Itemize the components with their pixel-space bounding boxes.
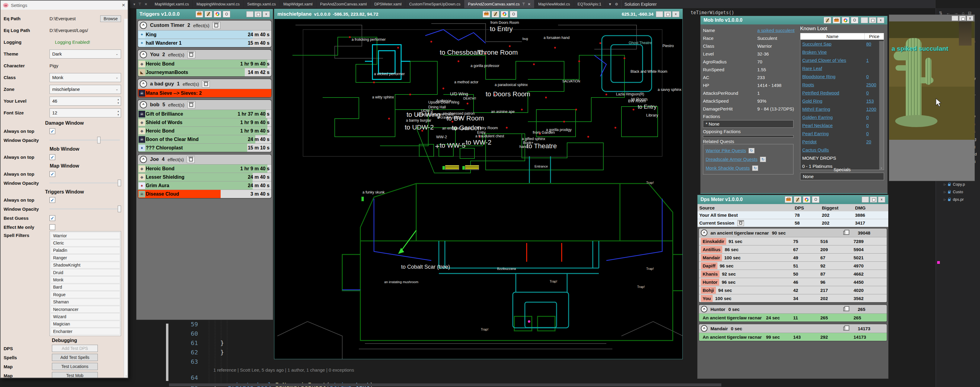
copy-icon[interactable] xyxy=(843,231,847,235)
loot-name[interactable]: Roots xyxy=(802,82,866,87)
spell-filter-item[interactable]: Enchanter xyxy=(50,328,120,335)
collapse-button[interactable] xyxy=(701,325,708,332)
loot-row[interactable]: Broken Vine xyxy=(800,48,884,56)
editor-tab[interactable]: MapWidget.xaml ⊤ ✕ xyxy=(280,0,317,8)
opacity-slider[interactable] xyxy=(49,208,120,210)
loot-row[interactable]: Peridot 20 xyxy=(800,138,884,146)
loot-row[interactable]: Petrified Redwood 0 xyxy=(800,89,884,97)
expand-icon[interactable]: ▷ xyxy=(944,191,947,193)
quest-link[interactable]: Dreadscale Armor Quests xyxy=(706,157,757,162)
spell-filter-item[interactable]: Shaman xyxy=(50,299,120,306)
chevron-down-icon[interactable]: ▾ xyxy=(134,2,135,6)
editor-tab[interactable]: PanAndZoomCanvas.xaml.cs ⊤ ✕ xyxy=(464,0,535,8)
effect-row[interactable]: Boon of the Clear Mind 24 m 40 s xyxy=(138,135,271,143)
close-button[interactable]: x xyxy=(878,196,885,202)
maps-pin-icon[interactable] xyxy=(842,17,849,24)
close-icon[interactable]: ✕ xyxy=(528,2,531,6)
expand-icon[interactable]: ▷ xyxy=(944,183,947,186)
copy-icon[interactable] xyxy=(843,307,847,311)
collapse-button[interactable] xyxy=(140,80,147,88)
pin-icon[interactable]: ⊤ xyxy=(138,2,141,6)
restore-button[interactable] xyxy=(255,11,262,17)
toolbox-icon[interactable] xyxy=(785,196,792,203)
toolbox-icon[interactable] xyxy=(196,11,203,18)
always-on-top-checkbox[interactable] xyxy=(49,171,55,177)
collapse-button[interactable] xyxy=(140,22,147,29)
always-on-top-checkbox[interactable] xyxy=(49,128,55,134)
delete-group-button[interactable] xyxy=(187,156,195,163)
loot-row[interactable]: MONEY DROPS xyxy=(800,154,884,162)
class-dropdown[interactable]: Monk⌄ xyxy=(49,73,121,82)
tree-item[interactable]: ▷ dps.pr xyxy=(936,196,980,203)
restore-button[interactable] xyxy=(664,11,671,17)
codelens[interactable]: 1 reference | Scott Lee, 5 days ago | 1 … xyxy=(213,367,354,373)
restore-button[interactable] xyxy=(869,17,876,23)
loot-name[interactable]: Peridot xyxy=(802,139,866,144)
minimize-button[interactable] xyxy=(246,11,253,17)
spell-filter-item[interactable]: Paladin xyxy=(50,247,120,254)
spell-filter-item[interactable]: ShadowKnight xyxy=(50,262,120,269)
spell-filter-item[interactable]: Rogue xyxy=(50,291,120,298)
close-icon[interactable]: ✕ xyxy=(144,2,147,6)
editor-tab[interactable]: Settings.xaml.cs ⊤ ✕ xyxy=(243,0,280,8)
o-button[interactable] xyxy=(851,17,858,24)
effect-row[interactable]: Mana Sieve --> Sieves: 2 xyxy=(138,89,271,97)
editor-gutter-scrollbar[interactable] xyxy=(166,323,169,381)
delete-group-button[interactable] xyxy=(202,80,210,88)
effect-row[interactable]: Disease Cloud 3 m 40 s xyxy=(138,190,271,198)
scribe-icon[interactable] xyxy=(492,11,499,18)
loot-name[interactable]: Pearl Earring xyxy=(802,131,866,136)
editor-tab[interactable]: MapViewModel.cs ⊤ ✕ xyxy=(535,0,574,8)
loot-row[interactable]: Gold Ring 153 xyxy=(800,97,884,105)
loot-row[interactable]: Golden Earring 0 xyxy=(800,113,884,121)
loot-name[interactable]: Gold Ring xyxy=(802,99,866,104)
loot-row[interactable]: Roots 2500 xyxy=(800,81,884,89)
editor-tab[interactable]: PanAndZoomCanvas.xaml ⊤ ✕ xyxy=(317,0,371,8)
game-titlebar[interactable]: X xyxy=(889,15,975,21)
effect-row[interactable]: Gift of Brilliance 1 hr 37 m 40 s xyxy=(138,110,271,118)
delete-group-button[interactable] xyxy=(188,51,195,58)
font-size-stepper[interactable]: 12▴▾ xyxy=(49,108,121,118)
eq-path-value[interactable]: D:\Everquest xyxy=(49,16,100,21)
scribe-icon[interactable] xyxy=(205,11,212,18)
close-icon[interactable]: ✕ xyxy=(122,3,125,8)
stepper-arrows-icon[interactable]: ▴▾ xyxy=(118,97,119,105)
open-quest-icon[interactable] xyxy=(760,157,766,162)
always-on-top-checkbox[interactable] xyxy=(49,154,55,160)
debug-button[interactable]: Test Mob xyxy=(52,372,98,377)
effect-row[interactable]: JourneymanBoots 14 m 42 s xyxy=(138,68,271,76)
loot-row[interactable]: Succulent Sap 80 xyxy=(800,40,884,48)
o-button[interactable] xyxy=(812,196,819,203)
loot-name[interactable]: Cactus Quills xyxy=(802,147,866,153)
spell-filter-item[interactable]: Ranger xyxy=(50,254,120,261)
spell-filter-item[interactable]: Necromancer xyxy=(50,306,120,313)
spell-filter-item[interactable]: Warrior xyxy=(50,232,120,239)
toolbox-icon[interactable] xyxy=(833,17,840,24)
effect-row[interactable]: ??? Chloroplast 15 m 10 s xyxy=(138,143,271,152)
o-button[interactable] xyxy=(510,11,517,18)
loot-row[interactable]: Pearl Earring 0 xyxy=(800,129,884,138)
theme-dropdown[interactable]: Dark⌄ xyxy=(49,49,121,59)
close-button[interactable]: x xyxy=(877,17,885,23)
close-button[interactable]: x xyxy=(672,11,679,17)
close-button[interactable]: x xyxy=(262,11,270,17)
mob-info-titlebar[interactable]: Mob Info v1.0.0.0 x xyxy=(700,16,887,24)
dps-titlebar[interactable]: Dps Meter v1.0.0.0 x xyxy=(697,195,888,204)
loot-name[interactable]: Petrified Redwood xyxy=(802,90,866,96)
loot-name[interactable]: Cursed Clover of Vies xyxy=(802,58,866,63)
loot-name[interactable]: Bloodstone Ring xyxy=(802,74,866,79)
loot-row[interactable]: Mithril Earring 1200 xyxy=(800,105,884,113)
spell-filter-item[interactable]: Bard xyxy=(50,284,120,291)
open-quest-icon[interactable] xyxy=(749,148,754,153)
gear-icon[interactable]: ⚙ xyxy=(615,2,618,6)
editor-tab[interactable]: MappingWindow.xaml.cs ⊤ ✕ xyxy=(193,0,243,8)
debug-button[interactable]: Add Test DPS xyxy=(52,345,98,352)
scribe-icon[interactable] xyxy=(824,17,831,24)
spell-filter-item[interactable]: Magician xyxy=(50,320,120,328)
editor-horizontal-scrollbar[interactable] xyxy=(169,383,721,386)
loot-name[interactable]: Succulent Sap xyxy=(802,41,866,46)
settings-scrollbar[interactable] xyxy=(124,19,128,377)
loot-row[interactable]: Cursed Clover of Vies 1 xyxy=(800,56,884,64)
debug-button[interactable]: Test Locations xyxy=(52,363,98,370)
maps-pin-icon[interactable] xyxy=(214,11,221,18)
